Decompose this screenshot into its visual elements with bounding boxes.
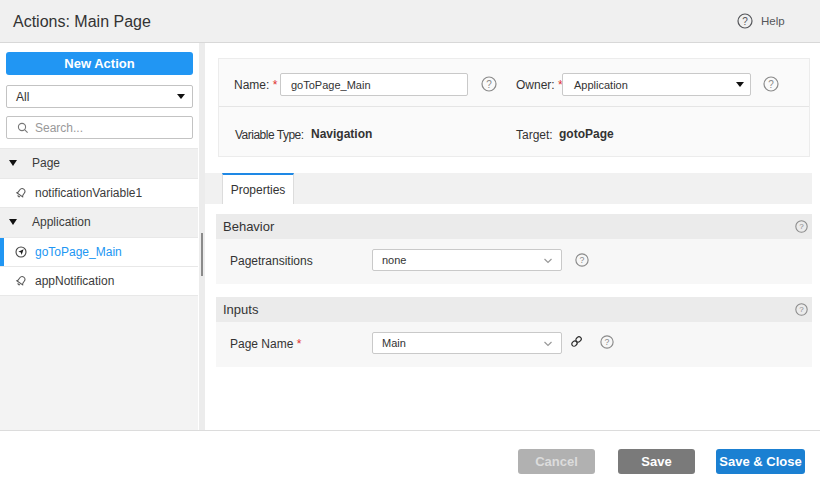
svg-text:?: ? (605, 337, 610, 347)
svg-text:?: ? (486, 79, 492, 90)
svg-text:?: ? (799, 222, 804, 231)
svg-text:?: ? (768, 79, 774, 90)
svg-text:?: ? (742, 16, 748, 27)
svg-text:?: ? (799, 305, 804, 314)
svg-text:?: ? (580, 255, 585, 265)
